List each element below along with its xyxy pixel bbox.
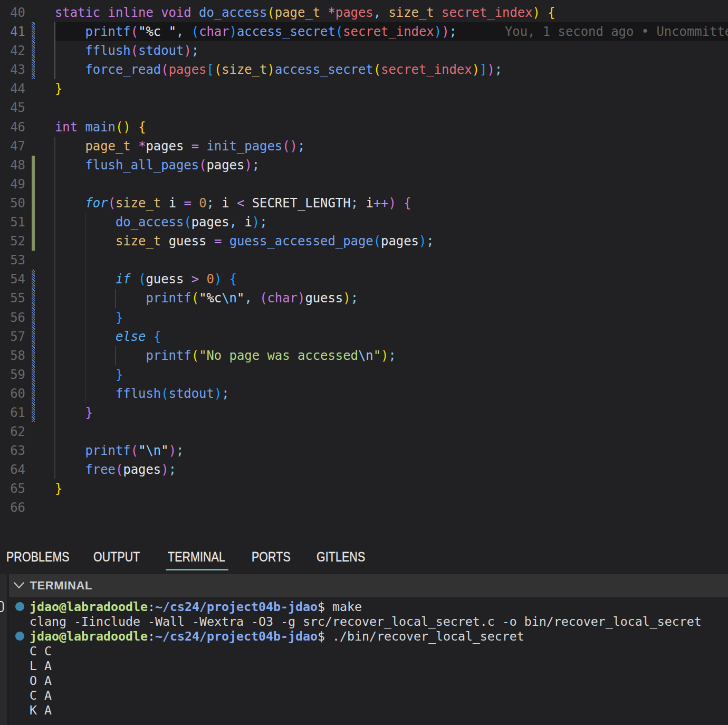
- token: int: [55, 120, 85, 135]
- code-line-text: }: [55, 365, 123, 384]
- git-gutter-modified-indicator[interactable]: [32, 384, 35, 403]
- git-gutter-modified-indicator[interactable]: [32, 327, 35, 346]
- git-gutter-modified-indicator[interactable]: [32, 41, 35, 60]
- git-gutter-modified-indicator[interactable]: [32, 289, 35, 308]
- git-gutter-modified-indicator[interactable]: [32, 22, 35, 41]
- token: ": [138, 443, 146, 458]
- git-gutter-modified-indicator[interactable]: [32, 60, 35, 79]
- git-gutter-modified-indicator[interactable]: [32, 365, 35, 384]
- token: i: [244, 215, 252, 230]
- token: printf: [85, 443, 131, 458]
- token: ": [237, 291, 244, 306]
- indent-guide: [54, 251, 55, 270]
- token: ): [229, 24, 237, 39]
- code-line: 57 else {: [0, 327, 728, 346]
- token: access_secret: [237, 24, 336, 39]
- terminal-line: L A: [0, 659, 728, 673]
- line-number: 60: [0, 384, 25, 403]
- git-gutter-modified-indicator[interactable]: [32, 308, 35, 327]
- token: [540, 5, 548, 20]
- command-decoration-icon[interactable]: [15, 602, 24, 611]
- code-line-text: printf("%c ", (char)access_secret(secret…: [55, 22, 457, 41]
- git-gutter-added-indicator[interactable]: [32, 232, 35, 251]
- token: ): [298, 291, 305, 306]
- token: ): [252, 215, 260, 230]
- token: }: [116, 310, 123, 325]
- terminal-text: :: [148, 629, 155, 643]
- git-gutter-added-indicator[interactable]: [32, 213, 35, 232]
- terminal-text: ~/cs24/project04b-jdao: [155, 599, 318, 614]
- token: ;: [426, 234, 434, 249]
- token: (: [184, 215, 191, 230]
- token: ;: [176, 443, 184, 458]
- token: ): [161, 462, 168, 477]
- token: ;: [191, 43, 199, 58]
- token: pages: [123, 462, 161, 477]
- token: force_read: [85, 62, 161, 77]
- token: {: [404, 196, 411, 211]
- git-gutter-added-indicator[interactable]: [32, 194, 35, 213]
- token: secret_index: [343, 24, 434, 39]
- code-line: 58 printf("No page was accessed\n");: [0, 346, 728, 365]
- token: printf: [146, 291, 191, 306]
- token: ;: [351, 196, 366, 211]
- token: i: [366, 196, 373, 211]
- command-decoration-icon[interactable]: [15, 632, 24, 641]
- git-gutter-added-indicator[interactable]: [32, 156, 35, 175]
- gitlens-blame-annotation: You, 1 second ago • Uncommitte: [505, 22, 728, 41]
- token: page_t: [85, 139, 139, 154]
- code-line: 60 fflush(stdout);: [0, 384, 728, 403]
- code-line: 44}: [0, 79, 728, 98]
- panel-tab-ports[interactable]: PORTS: [252, 550, 291, 564]
- line-number: 41: [0, 22, 25, 41]
- token: ;: [260, 215, 267, 230]
- token: (: [260, 291, 267, 306]
- code-line: 65}: [0, 479, 728, 498]
- token: (: [116, 462, 123, 477]
- token: page_t: [275, 5, 328, 20]
- token: size_t: [116, 234, 169, 249]
- git-gutter-modified-indicator[interactable]: [32, 403, 35, 422]
- git-gutter-modified-indicator[interactable]: [32, 270, 35, 289]
- token: ]: [480, 62, 487, 77]
- terminal-line: C C: [0, 644, 728, 659]
- code-line: 51 do_access(pages, i);: [0, 213, 728, 232]
- terminal-text: C C: [30, 644, 52, 658]
- token: (: [138, 272, 146, 287]
- panel-tab-problems[interactable]: PROBLEMS: [6, 550, 70, 564]
- code-editor[interactable]: 40static inline void do_access(page_t *p…: [0, 0, 728, 547]
- chevron-down-icon[interactable]: [14, 582, 24, 589]
- code-line: 47 page_t *pages = init_pages();: [0, 137, 728, 156]
- token: {: [154, 329, 161, 344]
- token: i: [222, 196, 237, 211]
- line-number: 58: [0, 346, 25, 365]
- token: [55, 24, 85, 39]
- panel-tab-gitlens[interactable]: GITLENS: [317, 550, 365, 564]
- terminal-text: jdao@labradoodle: [30, 629, 148, 643]
- token: char: [267, 291, 298, 306]
- terminal-section-header[interactable]: TERMINAL: [9, 574, 728, 597]
- panel-tab-terminal[interactable]: TERMINAL: [168, 550, 225, 564]
- line-number: 57: [0, 327, 25, 346]
- panel-tab-output[interactable]: OUTPUT: [93, 550, 140, 564]
- token: printf: [146, 348, 191, 363]
- token: ): [381, 348, 388, 363]
- code-line: 61 }: [0, 403, 728, 422]
- git-gutter-added-indicator[interactable]: [32, 175, 35, 194]
- token: (: [199, 158, 206, 173]
- token: }: [55, 81, 62, 96]
- token: [55, 43, 85, 58]
- token: ): [267, 62, 275, 77]
- git-gutter-modified-indicator[interactable]: [32, 346, 35, 365]
- token: ;: [298, 139, 305, 154]
- terminal-output[interactable]: jdao@labradoodle:~/cs24/project04b-jdao$…: [0, 599, 728, 725]
- token: secret_index: [381, 62, 472, 77]
- token: init_pages: [207, 139, 283, 154]
- token: pages: [146, 139, 191, 154]
- token: [55, 386, 116, 401]
- terminal-line: jdao@labradoodle:~/cs24/project04b-jdao$…: [0, 629, 728, 644]
- token: [131, 120, 138, 135]
- token: (: [191, 348, 199, 363]
- token: [55, 291, 146, 306]
- token: pages: [207, 158, 245, 173]
